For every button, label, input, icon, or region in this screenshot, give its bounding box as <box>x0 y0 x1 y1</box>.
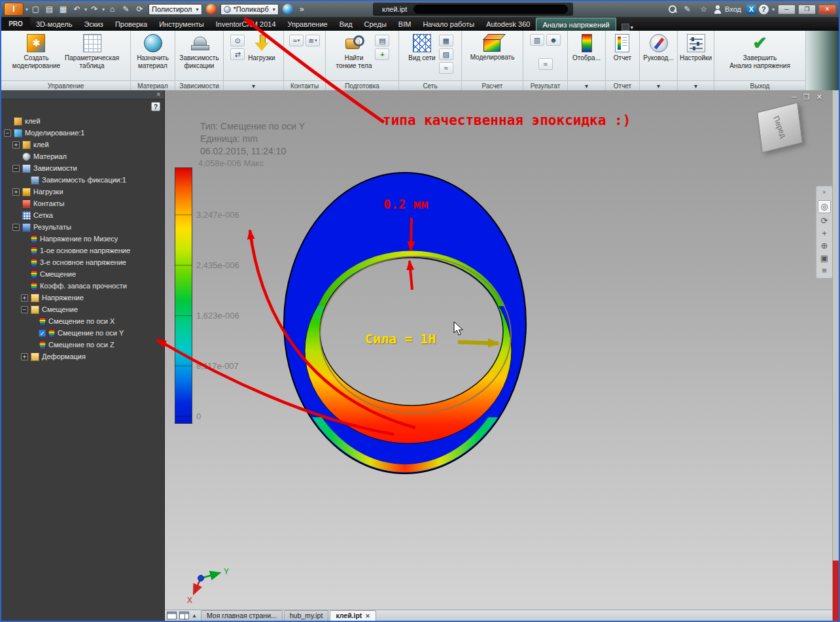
doc-close-icon[interactable]: ✕ <box>816 93 822 101</box>
tile-windows-icon[interactable] <box>167 612 177 619</box>
expand-toggle-icon[interactable]: − <box>12 165 20 172</box>
zoom-icon[interactable]: ⊕ <box>821 241 828 251</box>
doc-tab[interactable]: Моя главная страни... <box>201 610 283 621</box>
tree-item[interactable]: −Моделирование:1 <box>1 127 164 139</box>
tree-item[interactable]: Материал <box>1 150 164 162</box>
expand-toggle-icon[interactable]: + <box>12 188 20 196</box>
settings-button[interactable]: Настройки <box>678 32 713 63</box>
auto-contacts-icon[interactable]: ≈▾ <box>289 35 304 46</box>
ribbon-tab[interactable]: Инструменты <box>153 18 210 31</box>
tree-item[interactable]: −Зависимости <box>1 162 164 174</box>
local-mesh-icon[interactable]: ▨ <box>439 48 453 60</box>
expand-toggle-icon[interactable]: − <box>12 224 20 231</box>
minimize-button[interactable]: ─ <box>778 5 796 14</box>
maximize-button[interactable]: ❐ <box>798 5 816 14</box>
doc-tab[interactable]: клей.ipt✕ <box>330 610 376 621</box>
ribbon-tab[interactable]: Начало работы <box>417 18 480 31</box>
tree-item[interactable]: Напряжение по Мизесу <box>1 233 164 245</box>
application-button[interactable]: I <box>4 3 24 16</box>
browser-close-icon[interactable]: × <box>156 91 160 98</box>
ribbon-tab[interactable]: Анализ напряжений <box>536 18 616 31</box>
panel-label[interactable]: Результат <box>523 80 567 90</box>
undo-dropdown-icon[interactable]: ▾ <box>84 7 87 12</box>
app-dropdown-icon[interactable]: ▾ <box>26 7 28 12</box>
panel-label[interactable]: Подготовка <box>326 80 398 90</box>
tree-item[interactable]: 1-ое основное напряжение <box>1 245 164 256</box>
tree-item-checkbox[interactable]: ✓ <box>39 330 46 337</box>
material-combo[interactable]: Полистирол ▾ <box>149 4 201 15</box>
panel-label[interactable]: Отчет <box>606 80 639 90</box>
color-sphere-icon[interactable] <box>206 4 217 14</box>
manual-contacts-icon[interactable]: ≋▾ <box>306 35 320 46</box>
doc-tab[interactable]: hub_my.ipt <box>284 610 329 621</box>
display-button[interactable]: Отобра... <box>571 32 602 63</box>
panel-label[interactable]: Зависимости <box>175 80 223 90</box>
mesh-settings-icon[interactable]: ▦ <box>439 35 453 46</box>
steering-wheel-icon[interactable]: ◎ <box>818 200 831 213</box>
tree-item[interactable]: −Результаты <box>1 221 164 233</box>
create-simulation-button[interactable]: ✱ Создатьмоделирование <box>11 32 61 71</box>
panel-label[interactable]: ▾ <box>568 80 605 90</box>
add-green-plus-icon[interactable]: + <box>375 48 389 60</box>
model-canvas[interactable]: Y X <box>165 90 832 610</box>
arrange-windows-icon[interactable] <box>179 612 189 619</box>
appearance-sphere-icon[interactable] <box>283 4 293 14</box>
home-icon[interactable]: ⌂ <box>106 4 118 15</box>
ribbon-tab[interactable]: Среды <box>359 18 393 31</box>
guide-button[interactable]: Руковод... <box>642 32 674 63</box>
help-dropdown-icon[interactable]: ▾ <box>772 7 775 12</box>
ribbon-tab[interactable]: Autodesk 360 <box>480 18 536 31</box>
new-document-icon[interactable]: ▢ <box>29 4 42 15</box>
panel-label[interactable]: Управление <box>1 80 130 90</box>
ribbon-options-button[interactable]: ▾ <box>621 24 634 31</box>
tree-item[interactable]: +Напряжение <box>1 292 164 303</box>
panel-label[interactable]: Сеть <box>399 80 461 90</box>
sheet-icon[interactable]: ▤ <box>375 35 389 46</box>
app-pro-label[interactable]: PRO <box>1 17 30 31</box>
tree-item[interactable]: 3-е основное напряжение <box>1 256 164 268</box>
navbar-close-icon[interactable]: × <box>822 188 826 198</box>
tree-item[interactable]: Смещение по оси X <box>1 315 164 327</box>
ribbon-tab[interactable]: Управление <box>282 18 334 31</box>
browser-help-button[interactable]: ? <box>151 102 160 111</box>
chevron-down-icon[interactable]: ▾ <box>196 7 199 12</box>
tree-item[interactable]: +Деформация <box>1 351 164 362</box>
tree-item[interactable]: ✓Смещение по оси Y <box>1 327 164 339</box>
tree-item[interactable]: Контакты <box>1 198 164 209</box>
tree-item[interactable]: +Нагрузки <box>1 186 164 198</box>
undo-icon[interactable]: ↶ <box>71 4 83 15</box>
finish-analysis-button[interactable]: ✔ ЗавершитьАнализ напряжения <box>728 32 792 71</box>
tree-item[interactable]: +клей <box>1 139 164 150</box>
expand-toggle-icon[interactable]: − <box>21 306 28 313</box>
appearance-combo[interactable]: *Поликарб ▾ <box>220 4 279 15</box>
tree-item[interactable]: Сетка <box>1 209 164 221</box>
tree-item[interactable]: −Смещение <box>1 303 164 315</box>
tree-item[interactable]: Смещение <box>1 268 164 280</box>
ribbon-tab[interactable]: BIM <box>393 18 417 31</box>
ribbon-tab[interactable]: 3D-модель <box>30 18 78 31</box>
overflow-icon[interactable]: » <box>296 4 308 15</box>
report-button[interactable]: Отчет <box>612 32 633 63</box>
tab-close-icon[interactable]: ✕ <box>365 613 370 619</box>
load-type-icon[interactable]: ⊙ <box>230 35 245 46</box>
expand-toggle-icon[interactable]: + <box>12 141 20 148</box>
favorites-star-icon[interactable]: ☆ <box>697 4 710 15</box>
fixed-constraint-button[interactable]: Зависимостьфиксации <box>178 32 220 71</box>
sign-in-label[interactable]: Вход <box>725 5 741 13</box>
ribbon-tab[interactable]: Проверка <box>109 18 153 31</box>
convergence-icon[interactable]: ≈ <box>439 62 453 74</box>
result-bars-icon[interactable]: ▥ <box>530 34 544 46</box>
load-arrows-icon[interactable]: ⇄ <box>230 48 245 60</box>
search-box[interactable] <box>413 5 568 14</box>
ribbon-tab[interactable]: Вид <box>334 18 359 31</box>
panel-label[interactable]: Материал <box>131 80 175 90</box>
animate-icon[interactable]: ☻ <box>546 34 561 46</box>
loads-button[interactable]: Нагрузки <box>247 32 276 63</box>
panel-label[interactable]: Контакты <box>284 80 325 90</box>
expand-toggle-icon[interactable]: + <box>21 294 28 302</box>
pencil-icon[interactable]: ✎ <box>681 4 693 15</box>
ribbon-tab[interactable]: Эскиз <box>78 18 109 31</box>
chevron-down-icon[interactable]: ▾ <box>273 7 275 12</box>
panel-label[interactable]: Расчет <box>462 80 523 90</box>
panel-label[interactable]: Выход <box>714 80 805 90</box>
